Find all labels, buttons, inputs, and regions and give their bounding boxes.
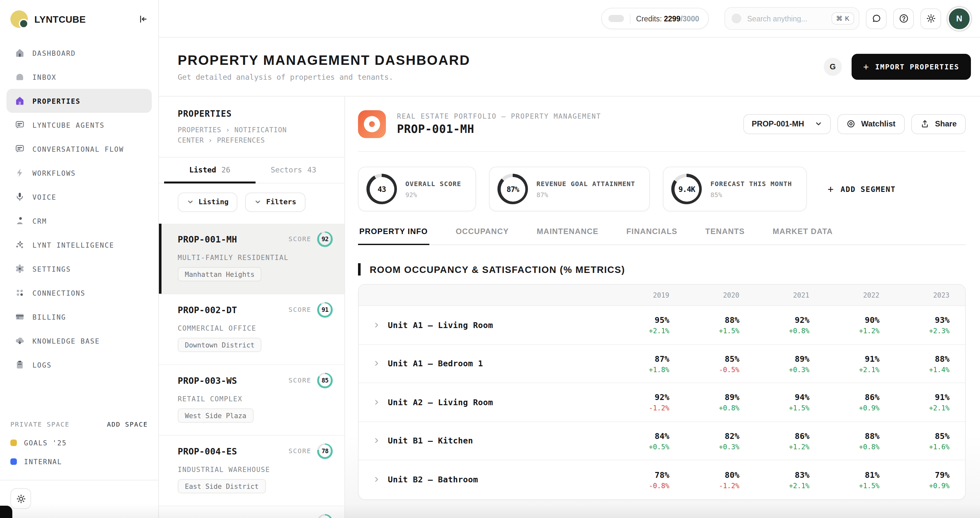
table-cell: 86% +1.2%	[740, 431, 810, 451]
table-cell: 93% +2.3%	[880, 315, 950, 335]
space-label: GOALS '25	[24, 439, 67, 446]
stat-sub-value: 92%	[406, 191, 461, 198]
detail-tab[interactable]: OCCUPANCY	[454, 227, 510, 245]
table-cell: 83% +2.1%	[740, 470, 810, 489]
search-input[interactable]	[747, 14, 826, 22]
sidebar-item-lyntcube-agents[interactable]: LYNTCUBE AGENTS	[6, 113, 152, 137]
messages-button[interactable]	[866, 8, 887, 29]
property-id: PROP-001-MH	[178, 234, 237, 244]
sidebar-item-crm[interactable]: CRM	[6, 209, 152, 233]
sidebar-item-conversational-flow[interactable]: CONVERSATIONAL FLOW	[6, 137, 152, 161]
inbox-icon	[15, 72, 25, 82]
add-segment-button[interactable]: + ADD SEGMENT	[827, 183, 896, 195]
home-icon	[15, 48, 25, 58]
detail-tab[interactable]: PROPERTY INFO	[358, 227, 429, 245]
property-card[interactable]: PROP-003-WS SCORE 85 RETAIL COMPLEX West…	[159, 365, 344, 435]
detail-tab[interactable]: MARKET DATA	[772, 227, 834, 245]
sparkles-icon	[15, 240, 25, 249]
chevron-right-icon[interactable]	[373, 476, 380, 483]
import-properties-label: IMPORT PROPERTIES	[875, 62, 959, 71]
sidebar-item-logs[interactable]: LOGS	[6, 353, 152, 377]
sidebar-item-properties[interactable]: PROPERTIES	[6, 89, 152, 113]
property-card[interactable]: PROP-001-MH SCORE 92 MULTI-FAMILY RESIDE…	[159, 223, 344, 294]
user-avatar[interactable]: N	[948, 7, 971, 30]
credits-meter-icon	[608, 15, 624, 22]
chevron-right-icon[interactable]	[373, 399, 380, 406]
tab-listed[interactable]: Listed26	[168, 157, 251, 183]
table-row[interactable]: Unit B2 – Bathroom 78% -0.8% 80% -1.2% 8…	[359, 460, 965, 499]
detail-tab[interactable]: MAINTENANCE	[535, 227, 600, 245]
corner-widget[interactable]	[0, 506, 12, 518]
table-row[interactable]: Unit B1 – Kitchen 84% +0.5% 82% +0.3% 86…	[359, 422, 965, 460]
chevron-right-icon[interactable]	[373, 437, 380, 445]
detail-tab[interactable]: FINANCIALS	[625, 227, 678, 245]
sidebar-item-voice[interactable]: VOICE	[6, 185, 152, 209]
year-column-header: 2020	[669, 291, 740, 299]
filters-button[interactable]: Filters	[245, 192, 305, 212]
cell-value: 87%	[599, 354, 669, 364]
property-id: PROP-002-DT	[178, 304, 237, 315]
selector-value: PROP-001-MH	[752, 119, 804, 129]
sidebar-item-billing[interactable]: BILLING	[6, 305, 152, 329]
score-label: SCORE	[289, 447, 311, 454]
detail-tab[interactable]: TENANTS	[704, 227, 746, 245]
score-label: SCORE	[289, 235, 311, 243]
credit-card-icon	[15, 312, 25, 321]
table-row[interactable]: Unit A1 – Living Room 95% +2.1% 88% +1.5…	[359, 306, 965, 345]
chevron-right-icon[interactable]	[373, 360, 380, 367]
chevron-right-icon[interactable]	[373, 321, 380, 329]
property-type: COMMERCIAL OFFICE	[178, 324, 333, 332]
g-shortcut-chip[interactable]: G	[824, 58, 842, 76]
property-card[interactable]: PROP-004-ES SCORE 78 INDUSTRIAL WAREHOUS…	[159, 435, 344, 506]
cell-delta: +1.4%	[880, 365, 950, 373]
collapse-sidebar-icon[interactable]	[138, 14, 148, 24]
table-row[interactable]: Unit A1 – Bedroom 1 87% +1.8% 85% -0.5% …	[359, 345, 965, 383]
watchlist-label: Watchlist	[861, 119, 896, 129]
sidebar-item-connections[interactable]: CONNECTIONS	[6, 281, 152, 305]
cell-delta: +0.8%	[810, 443, 880, 451]
space-item-goals[interactable]: GOALS '25	[10, 439, 148, 446]
sidebar-item-dashboard[interactable]: DASHBOARD	[6, 41, 152, 65]
stat-sub-value: 85%	[711, 191, 792, 198]
cell-delta: +0.8%	[669, 404, 740, 412]
watchlist-button[interactable]: Watchlist	[837, 114, 904, 134]
property-card[interactable]: PROP-005-MD SCORE 74	[159, 506, 344, 518]
search-box[interactable]: ⌘ K	[724, 7, 859, 30]
share-button[interactable]: Share	[911, 114, 966, 134]
table-cell: 94% +1.5%	[740, 392, 810, 412]
sidebar-item-inbox[interactable]: INBOX	[6, 65, 152, 89]
cell-delta: +2.3%	[880, 327, 950, 335]
cell-delta: +2.1%	[880, 404, 950, 412]
sun-icon	[16, 494, 25, 504]
table-cell: 86% +0.9%	[810, 392, 880, 412]
cell-value: 84%	[599, 431, 669, 441]
sidebar: LYNTCUBE DASHBOARD INBOX PROPERTIES	[0, 0, 159, 518]
table-cell: 95% +2.1%	[599, 315, 669, 335]
import-properties-button[interactable]: + IMPORT PROPERTIES	[851, 54, 971, 80]
listing-filter-button[interactable]: Listing	[178, 192, 238, 212]
detail-title: PROP-001-MH	[397, 122, 601, 135]
sidebar-item-lynt-intelligence[interactable]: LYNT INTELLIGENCE	[6, 233, 152, 257]
space-item-internal[interactable]: INTERNAL	[10, 458, 148, 466]
sidebar-item-settings[interactable]: SETTINGS	[6, 257, 152, 281]
table-row[interactable]: Unit A2 – Living Room 92% -1.2% 89% +0.8…	[359, 383, 965, 422]
sidebar-item-knowledge-base[interactable]: KNOWLEDGE BASE	[6, 329, 152, 353]
add-space-button[interactable]: ADD SPACE	[107, 421, 148, 428]
sidebar-item-workflows[interactable]: WORKFLOWS	[6, 161, 152, 185]
stat-ring: 9.4K	[671, 174, 702, 204]
theme-toggle-button[interactable]	[10, 488, 31, 509]
cell-value: 91%	[810, 354, 880, 364]
property-selector-dropdown[interactable]: PROP-001-MH	[743, 114, 830, 134]
cell-delta: -1.2%	[669, 482, 740, 489]
plus-icon: +	[863, 62, 869, 72]
topbar: Credits: 2299/3000 ⌘ K N	[159, 0, 980, 38]
sidebar-item-label: CRM	[32, 217, 47, 225]
cell-value: 81%	[810, 470, 880, 480]
search-shortcut-badge: ⌘ K	[832, 12, 854, 25]
theme-button[interactable]	[920, 8, 941, 29]
search-icon	[732, 14, 741, 23]
tab-sectors[interactable]: Sectors43	[251, 157, 335, 183]
table-cell: 85% +1.6%	[880, 431, 950, 451]
property-card[interactable]: PROP-002-DT SCORE 91 COMMERCIAL OFFICE D…	[159, 294, 344, 365]
help-button[interactable]	[893, 8, 914, 29]
